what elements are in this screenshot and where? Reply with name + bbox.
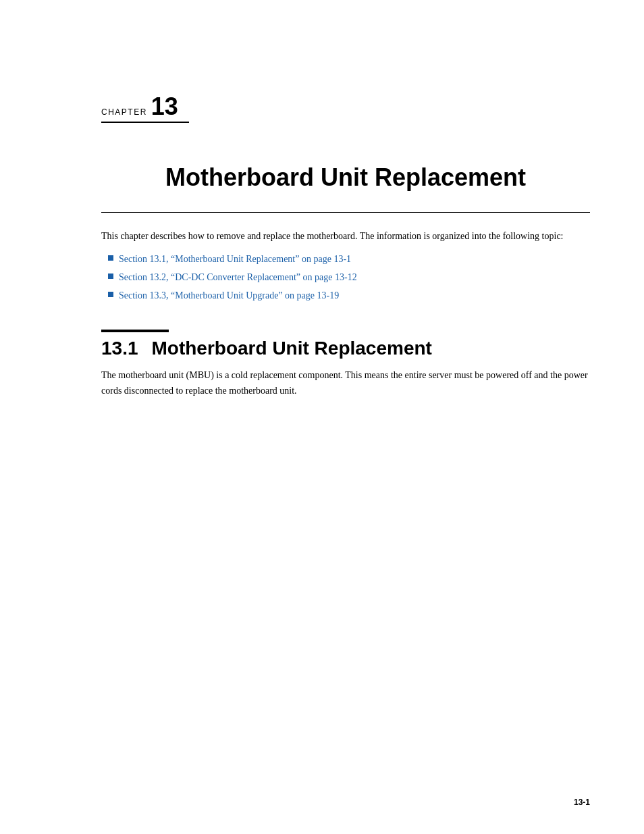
chapter-label-underline [101,122,189,123]
toc-item: Section 13.3, “Motherboard Unit Upgrade”… [108,288,590,303]
section-heading: 13.1 Motherboard Unit Replacement [101,338,590,359]
toc-item: Section 13.2, “DC-DC Converter Replaceme… [108,270,590,284]
toc-bullet-icon [108,255,113,261]
toc-bullet-icon [108,273,113,279]
toc-list: Section 13.1, “Motherboard Unit Replacem… [108,252,590,303]
toc-link-3[interactable]: Section 13.3, “Motherboard Unit Upgrade”… [119,288,339,303]
section-number: 13.1 [101,338,138,359]
toc-link-1[interactable]: Section 13.1, “Motherboard Unit Replacem… [119,252,351,266]
page-number: 13-1 [574,798,590,807]
section-body: The motherboard unit (MBU) is a cold rep… [101,367,590,398]
chapter-word: Chapter [101,107,147,117]
section-top-bar [101,330,169,332]
intro-text: This chapter describes how to remove and… [101,229,590,244]
toc-item: Section 13.1, “Motherboard Unit Replacem… [108,252,590,266]
chapter-number: 13 [151,95,178,119]
chapter-title: Motherboard Unit Replacement [101,163,590,192]
toc-bullet-icon [108,292,113,297]
content-area: Chapter 13 Motherboard Unit Replacement … [101,0,590,399]
page: Chapter 13 Motherboard Unit Replacement … [0,0,644,834]
chapter-label: Chapter 13 [101,95,590,119]
chapter-divider [101,212,590,213]
toc-link-2[interactable]: Section 13.2, “DC-DC Converter Replaceme… [119,270,357,284]
section-13-1-container: 13.1 Motherboard Unit Replacement The mo… [101,330,590,398]
section-title: Motherboard Unit Replacement [152,338,432,359]
